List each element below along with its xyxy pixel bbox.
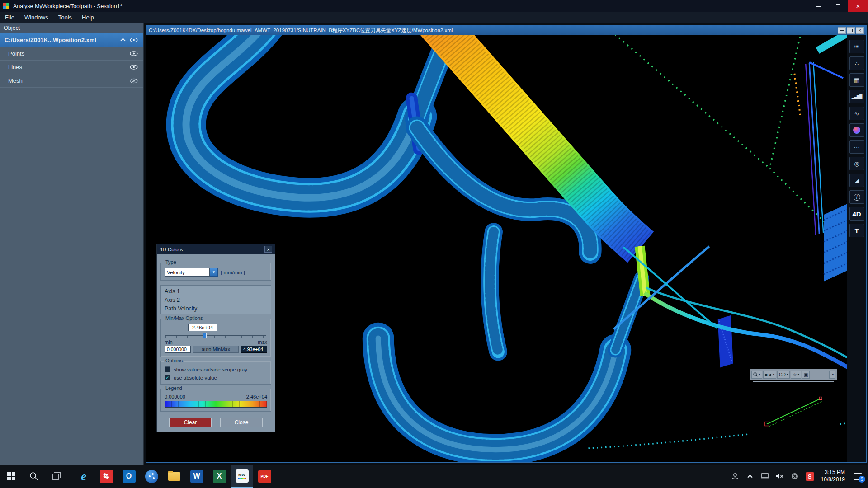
task-view-button[interactable] [45, 465, 68, 488]
taskbar-app-excel[interactable]: X [208, 465, 231, 488]
window-titlebar[interactable]: Analyse MyWorkpiece/Toolpath - Session1*… [0, 0, 868, 12]
taskbar-app-word[interactable]: W [185, 465, 208, 488]
word-icon: W [190, 470, 203, 483]
tree-item-lines[interactable]: Lines [0, 61, 143, 74]
text-button[interactable]: T [849, 224, 864, 237]
close-button[interactable]: × [848, 0, 868, 12]
excel-icon: X [213, 470, 226, 483]
taskbar-app-red-news[interactable]: 每 [95, 465, 118, 488]
mesh-grid-icon[interactable]: ▦ [849, 73, 864, 87]
max-value-input[interactable]: 4.93e+04 [241, 346, 267, 353]
taskbar-app-outlook[interactable]: O [118, 465, 140, 488]
system-tray: S 3:15 PM 10/8/2019 9 [731, 469, 868, 483]
viewport-minimize-button[interactable] [838, 27, 846, 34]
dialog-close-button[interactable]: × [264, 246, 272, 253]
info-icon[interactable]: i [849, 190, 864, 204]
start-button[interactable] [0, 465, 23, 488]
sync-disabled-icon[interactable] [791, 472, 799, 480]
axis-list-item[interactable]: Axis 1 [161, 287, 271, 296]
close-dialog-button[interactable]: Close [220, 418, 263, 427]
slider-track[interactable] [165, 335, 266, 336]
clock[interactable]: 3:15 PM 10/8/2019 [821, 469, 845, 483]
tree-item-mesh-label: Mesh [8, 77, 129, 84]
checkbox-checked[interactable]: ✓ [165, 375, 170, 380]
legend-group: Legend 0.000000 2.46e+04 [160, 389, 271, 412]
tree-item-file[interactable]: C:/Users/Z001K...Wposition2.xml [0, 33, 143, 47]
camera-icon: ▣ [804, 372, 808, 377]
viewport-right-toolbar: ⠿⠿ ∴ ▦ ▂▄▆█ ∿ ⋯ ◎ ◢ i 4D T [847, 35, 866, 462]
menu-help[interactable]: Help [77, 12, 99, 23]
slider-thumb[interactable] [203, 333, 207, 338]
visibility-eye-icon[interactable] [129, 51, 138, 56]
taskbar-app-analyse-mw[interactable]: MW [231, 465, 253, 488]
taskbar: e 每 O W X MW PDF S 3:15 PM 10/8/2019 9 [0, 465, 868, 488]
taskbar-app-blue-sphere[interactable] [140, 465, 163, 488]
auto-minmax-button[interactable]: auto MinMax [193, 346, 239, 353]
viewport-close-button[interactable]: × [856, 27, 864, 34]
taskbar-app-ie[interactable]: e [72, 465, 95, 488]
type-group: Type Velocity ▼ [ mm/min ] [160, 263, 271, 281]
taskbar-app-pdf[interactable]: PDF [253, 465, 276, 488]
zoom-select-icon[interactable]: ◎ [849, 157, 864, 170]
navigator-preview[interactable] [753, 381, 834, 441]
nav-collapse-button[interactable]: ▾ [829, 371, 835, 379]
volume-muted-icon[interactable] [776, 472, 784, 480]
dialog-titlebar[interactable]: 4D Colors × [157, 244, 275, 254]
viewport-titlebar[interactable]: C:/Users/Z001K4DX/Desktop/hogndu mawei_A… [146, 25, 866, 35]
show-hidden-icons-chevron[interactable] [746, 472, 754, 480]
type-group-label: Type [164, 259, 178, 265]
search-button[interactable] [23, 465, 45, 488]
point-row-icon[interactable]: ⋯ [849, 140, 864, 154]
navigator-window: ▾ ■◄ ▾ GD ▾ ☆ ▾ ▣ ▾ [750, 369, 837, 444]
nav-display-button[interactable]: ■◄ ▾ [763, 371, 776, 379]
4d-colors-dialog: 4D Colors × Type Velocity ▼ [ mm/min ] A… [156, 244, 275, 432]
checkbox-row-scope-gray[interactable]: show values outside scope gray [165, 366, 267, 372]
nav-snapshot-button[interactable]: ▣ [802, 371, 810, 379]
dotted-guide-lines [611, 35, 843, 240]
minmax-group-label: Min/Max Options [164, 315, 205, 321]
curve-graph-icon[interactable]: ∿ [849, 107, 864, 120]
dropdown-arrow-icon[interactable]: ▼ [210, 268, 218, 277]
viewport-maximize-button[interactable] [847, 27, 855, 34]
current-value-input[interactable]: 2.46e+04 [188, 324, 217, 331]
sogou-input-icon[interactable]: S [806, 472, 814, 481]
maximize-button[interactable] [828, 0, 848, 12]
tree-item-mesh[interactable]: Mesh [0, 74, 143, 88]
sphere-icon[interactable] [849, 123, 864, 137]
action-center-button[interactable]: 9 [852, 471, 863, 481]
object-panel: Object C:/Users/Z001K...Wposition2.xml P… [0, 23, 144, 465]
collapse-chevron-icon[interactable] [120, 38, 125, 43]
windows-logo-icon [7, 472, 15, 480]
axis-listbox[interactable]: Axis 1 Axis 2 Path Velocity [160, 285, 271, 314]
visibility-eye-off-icon[interactable] [129, 78, 138, 84]
visibility-eye-icon[interactable] [129, 65, 138, 70]
minmax-slider[interactable] [165, 333, 266, 338]
tool-orientation-icon[interactable]: ◢ [849, 174, 864, 187]
people-tray-icon[interactable] [731, 472, 739, 480]
minimize-icon [816, 6, 821, 7]
min-value-input[interactable]: 0.000000 [165, 346, 191, 353]
view-4d-button[interactable]: 4D [849, 207, 864, 221]
nav-favorite-button[interactable]: ☆ ▾ [791, 371, 801, 379]
chevron-down-icon: ▾ [773, 373, 774, 376]
axis-list-item[interactable]: Axis 2 [161, 296, 271, 304]
checkbox-unchecked[interactable] [165, 366, 170, 372]
nav-zoom-button[interactable]: ▾ [751, 371, 762, 379]
visibility-eye-icon[interactable] [129, 38, 138, 42]
device-tray-icon[interactable] [761, 472, 769, 480]
histogram-icon[interactable]: ▂▄▆█ [849, 90, 864, 103]
scatter-points-icon[interactable]: ∴ [849, 56, 864, 70]
clear-button[interactable]: Clear [169, 418, 212, 427]
menu-tools[interactable]: Tools [53, 12, 77, 23]
type-select[interactable]: Velocity [165, 268, 210, 277]
checkbox-row-absolute-value[interactable]: ✓ use absolute value [165, 375, 267, 380]
menu-windows[interactable]: Windows [19, 12, 53, 23]
menu-file[interactable]: File [0, 12, 19, 23]
tree-item-points[interactable]: Points [0, 47, 143, 61]
slider-ticks [165, 336, 266, 338]
taskbar-app-explorer[interactable] [163, 465, 185, 488]
minimize-button[interactable] [808, 0, 828, 12]
display-points-icon[interactable]: ⠿⠿ [849, 40, 864, 53]
nav-link-button[interactable]: GD ▾ [777, 371, 790, 379]
axis-list-item[interactable]: Path Velocity [161, 304, 271, 313]
